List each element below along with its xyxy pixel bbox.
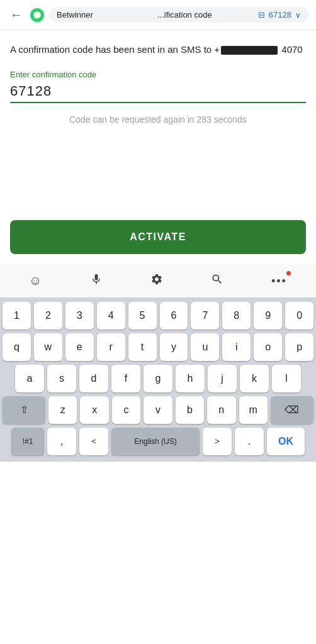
search-button[interactable]	[205, 270, 230, 291]
zxcv-row: ⇧ z x c v b n m ⌫	[3, 396, 313, 424]
url-path: ...ification code	[157, 10, 254, 19]
key-j[interactable]: j	[208, 365, 237, 392]
lt-key[interactable]: <	[79, 428, 108, 455]
url-bar[interactable]: Betwinner ...ification code ⊟ 67128 ∨	[49, 7, 308, 23]
gear-button[interactable]	[144, 270, 169, 291]
key-3[interactable]: 3	[65, 302, 94, 330]
confirmation-code-input[interactable]	[10, 82, 306, 103]
key-8[interactable]: 8	[222, 302, 251, 330]
key-o[interactable]: o	[254, 333, 282, 361]
key-4[interactable]: 4	[97, 302, 125, 330]
main-content: A confirmation code has been sent in an …	[0, 30, 316, 135]
address-bar: ← Betwinner ...ification code ⊟ 67128 ∨	[0, 0, 316, 30]
back-button[interactable]: ←	[8, 5, 25, 25]
copy-icon: ⊟	[258, 10, 265, 19]
key-i[interactable]: i	[222, 333, 251, 361]
activate-section: ACTIVATE	[0, 210, 316, 264]
shift-key[interactable]: ⇧	[3, 396, 45, 424]
number-row: 1 2 3 4 5 6 7 8 9 0	[3, 302, 313, 330]
key-s[interactable]: s	[47, 365, 76, 392]
asdf-row: a s d f g h j k l	[3, 365, 313, 392]
chevron-down-icon[interactable]: ∨	[295, 11, 301, 19]
sms-notice: A confirmation code has been sent in an …	[10, 43, 306, 57]
browser-icon	[30, 8, 44, 22]
key-b[interactable]: b	[176, 396, 204, 424]
notification-dot	[286, 271, 291, 275]
gt-key[interactable]: >	[203, 428, 232, 455]
key-w[interactable]: w	[34, 333, 62, 361]
key-k[interactable]: k	[240, 365, 269, 392]
key-6[interactable]: 6	[160, 302, 188, 330]
url-site-name: Betwinner	[57, 10, 154, 19]
mic-button[interactable]	[84, 270, 109, 291]
key-e[interactable]: e	[65, 333, 94, 361]
key-m[interactable]: m	[239, 396, 268, 424]
bottom-row: !#1 , < English (US) > . OK	[3, 428, 313, 455]
keyboard: ☺ ••• 1 2 3 4 5 6 7 8 9 0 q	[0, 264, 316, 462]
phone-redact	[221, 46, 278, 55]
key-a[interactable]: a	[15, 365, 44, 392]
key-9[interactable]: 9	[254, 302, 282, 330]
language-key[interactable]: English (US)	[111, 428, 200, 455]
emoji-button[interactable]: ☺	[23, 271, 48, 291]
key-n[interactable]: n	[207, 396, 235, 424]
key-p[interactable]: p	[285, 333, 313, 361]
key-r[interactable]: r	[97, 333, 125, 361]
key-f[interactable]: f	[111, 365, 140, 392]
key-0[interactable]: 0	[285, 302, 313, 330]
qwerty-row: q w e r t y u i o p	[3, 333, 313, 361]
key-c[interactable]: c	[112, 396, 140, 424]
key-d[interactable]: d	[79, 365, 108, 392]
key-5[interactable]: 5	[128, 302, 157, 330]
ok-key[interactable]: OK	[267, 428, 305, 455]
chat-icon	[33, 11, 42, 19]
key-u[interactable]: u	[191, 333, 219, 361]
key-1[interactable]: 1	[3, 302, 31, 330]
key-y[interactable]: y	[160, 333, 188, 361]
key-z[interactable]: z	[48, 396, 77, 424]
key-q[interactable]: q	[3, 333, 31, 361]
key-l[interactable]: l	[272, 365, 301, 392]
key-2[interactable]: 2	[34, 302, 62, 330]
key-t[interactable]: t	[128, 333, 157, 361]
keyboard-toolbar: ☺ •••	[0, 264, 316, 298]
key-x[interactable]: x	[80, 396, 108, 424]
input-label: Enter confirmation code	[10, 70, 306, 79]
url-code-badge: 67128	[269, 10, 291, 19]
symbols-key[interactable]: !#1	[11, 428, 44, 455]
key-7[interactable]: 7	[191, 302, 219, 330]
resend-notice: Code can be requested again in 283 secon…	[10, 114, 306, 125]
keyboard-rows: 1 2 3 4 5 6 7 8 9 0 q w e r t y u i o p …	[0, 298, 316, 462]
more-button[interactable]: •••	[265, 271, 293, 291]
delete-key[interactable]: ⌫	[271, 396, 313, 424]
comma-key[interactable]: ,	[47, 428, 76, 455]
period-key[interactable]: .	[235, 428, 264, 455]
key-v[interactable]: v	[144, 396, 172, 424]
key-g[interactable]: g	[144, 365, 172, 392]
key-h[interactable]: h	[176, 365, 205, 392]
confirmation-code-group: Enter confirmation code	[10, 70, 306, 103]
activate-button[interactable]: ACTIVATE	[10, 220, 306, 254]
